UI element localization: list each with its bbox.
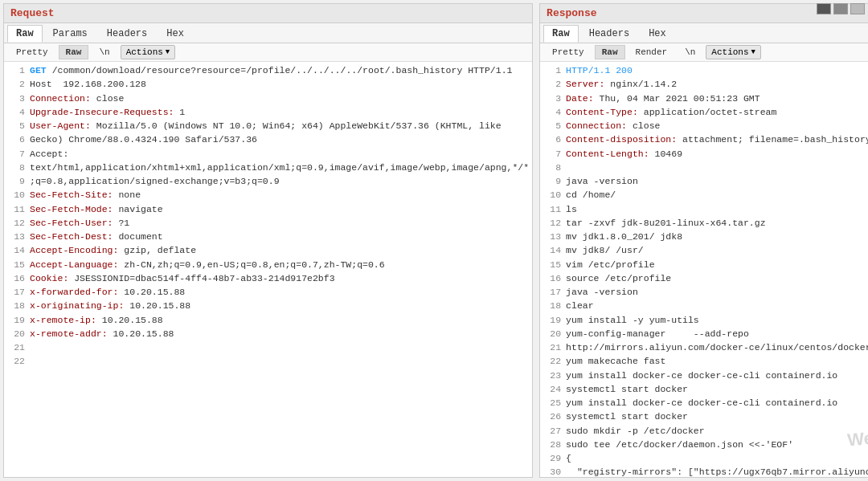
table-row: 12Sec-Fetch-User: ?1 bbox=[7, 216, 529, 230]
table-row: 23yum install docker-ce docker-ce-cli co… bbox=[543, 369, 868, 382]
line-number: 25 bbox=[543, 396, 561, 410]
line-content: text/html,application/xhtml+xml,applicat… bbox=[30, 161, 529, 174]
table-row: 17x-forwarded-for: 10.20.15.88 bbox=[7, 285, 529, 299]
request-tab-hex[interactable]: Hex bbox=[158, 25, 193, 43]
table-row: 13Sec-Fetch-Dest: document bbox=[7, 230, 529, 243]
line-content: x-remote-addr: 10.20.15.88 bbox=[30, 327, 174, 340]
line-content: systemctl start docker bbox=[566, 410, 688, 423]
line-content: Content-Length: 10469 bbox=[566, 147, 682, 161]
response-n-btn[interactable]: \n bbox=[678, 45, 702, 59]
line-content: Connection: close bbox=[566, 119, 660, 132]
table-row: 14Accept-Encoding: gzip, deflate bbox=[7, 243, 529, 257]
line-content: Connection: close bbox=[30, 92, 124, 105]
line-content: Content-disposition: attachment; filenam… bbox=[566, 132, 868, 146]
request-tab-params[interactable]: Params bbox=[44, 25, 96, 43]
table-row: 4Upgrade-Insecure-Requests: 1 bbox=[7, 105, 529, 119]
line-content: { bbox=[566, 451, 571, 465]
line-content: ;q=0.8,application/signed-exchange;v=b3;… bbox=[30, 174, 280, 188]
response-content[interactable]: 1HTTP/1.1 2002Server: nginx/1.14.23Date:… bbox=[540, 62, 868, 477]
response-tab-headers[interactable]: Headers bbox=[580, 25, 638, 43]
line-number: 18 bbox=[543, 299, 561, 312]
request-tab-raw[interactable]: Raw bbox=[7, 25, 43, 43]
line-content: Gecko) Chrome/88.0.4324.190 Safari/537.3… bbox=[30, 132, 257, 146]
line-content: Accept-Language: zh-CN,zh;q=0.9,en-US;q=… bbox=[30, 258, 385, 271]
line-content: x-remote-ip: 10.20.15.88 bbox=[30, 313, 163, 327]
table-row: 15vim /etc/profile bbox=[543, 258, 868, 271]
request-n-btn[interactable]: \n bbox=[92, 45, 117, 59]
line-content: Sec-Fetch-User: ?1 bbox=[30, 216, 129, 230]
line-content: cd /home/ bbox=[566, 188, 616, 202]
line-number: 17 bbox=[7, 285, 25, 299]
table-row: 28sudo tee /etc/docker/daemon.json <<-'E… bbox=[543, 438, 868, 451]
line-number: 29 bbox=[543, 451, 561, 465]
table-row: 7Content-Length: 10469 bbox=[543, 147, 868, 161]
line-content: Content-Type: application/octet-stream bbox=[566, 105, 776, 119]
line-content: vim /etc/profile bbox=[566, 258, 654, 271]
table-row: 21 bbox=[7, 340, 529, 354]
table-row: 19yum install -y yum-utils bbox=[543, 313, 868, 327]
line-number: 5 bbox=[543, 119, 561, 132]
response-actions-btn[interactable]: Actions ▼ bbox=[706, 45, 761, 59]
line-number: 22 bbox=[543, 354, 561, 368]
line-content: yum install docker-ce docker-ce-cli cont… bbox=[566, 396, 837, 410]
line-number: 21 bbox=[543, 340, 561, 354]
close-icon[interactable] bbox=[850, 3, 865, 14]
table-row: 16source /etc/profile bbox=[543, 271, 868, 285]
request-actions-arrow: ▼ bbox=[166, 48, 170, 56]
line-number: 17 bbox=[543, 285, 561, 299]
response-raw-btn[interactable]: Raw bbox=[595, 45, 625, 59]
response-sub-toolbar: Pretty Raw Render \n Actions ▼ bbox=[540, 43, 868, 62]
split-icon[interactable] bbox=[817, 3, 831, 14]
line-number: 23 bbox=[543, 369, 561, 382]
line-number: 5 bbox=[7, 119, 25, 132]
line-number: 21 bbox=[7, 340, 25, 354]
request-tab-headers[interactable]: Headers bbox=[98, 25, 156, 43]
request-sub-toolbar: Pretty Raw \n Actions ▼ bbox=[4, 43, 532, 62]
table-row: 16Cookie: JSESSIONID=dbac514f-4ff4-48b7-… bbox=[7, 271, 529, 285]
response-tab-raw[interactable]: Raw bbox=[543, 25, 579, 43]
table-row: 17java -version bbox=[543, 285, 868, 299]
stack-icon[interactable] bbox=[833, 3, 848, 14]
table-row: 30 "registry-mirrors": ["https://ugx76qb… bbox=[543, 465, 868, 477]
table-row: 9java -version bbox=[543, 174, 868, 188]
line-content: sudo tee /etc/docker/daemon.json <<-'EOF… bbox=[566, 438, 793, 451]
table-row: 20yum-config-manager --add-repo bbox=[543, 327, 868, 340]
line-content: yum install docker-ce docker-ce-cli cont… bbox=[566, 369, 837, 382]
line-number: 30 bbox=[543, 465, 561, 477]
line-content: Server: nginx/1.14.2 bbox=[566, 77, 677, 91]
line-number: 10 bbox=[543, 188, 561, 202]
table-row: 24systemctl start docker bbox=[543, 382, 868, 396]
line-content: Upgrade-Insecure-Requests: 1 bbox=[30, 105, 185, 119]
request-content[interactable]: 1GET /common/download/resource?resource=… bbox=[4, 62, 532, 477]
table-row: 3Connection: close bbox=[7, 92, 529, 105]
table-row: 4Content-Type: application/octet-stream bbox=[543, 105, 868, 119]
line-number: 7 bbox=[7, 147, 25, 161]
request-panel-title: Request bbox=[4, 4, 532, 23]
request-raw-btn[interactable]: Raw bbox=[59, 45, 89, 59]
line-number: 16 bbox=[543, 271, 561, 285]
line-number: 8 bbox=[543, 161, 561, 174]
response-render-btn[interactable]: Render bbox=[628, 45, 675, 59]
line-number: 14 bbox=[543, 243, 561, 257]
table-row: 5Connection: close bbox=[543, 119, 868, 132]
line-content: Host 192.168.200.128 bbox=[30, 77, 146, 91]
line-number: 6 bbox=[7, 132, 25, 146]
table-row: 8 bbox=[543, 161, 868, 174]
request-actions-btn[interactable]: Actions ▼ bbox=[121, 45, 176, 59]
table-row: 14mv jdk8/ /usr/ bbox=[543, 243, 868, 257]
line-content: Sec-Fetch-Dest: document bbox=[30, 230, 163, 243]
table-row: 10Sec-Fetch-Site: none bbox=[7, 188, 529, 202]
table-row: 26systemctl start docker bbox=[543, 410, 868, 423]
line-content: Sec-Fetch-Site: none bbox=[30, 188, 141, 202]
line-content: java -version bbox=[566, 174, 638, 188]
table-row: 19x-remote-ip: 10.20.15.88 bbox=[7, 313, 529, 327]
line-number: 7 bbox=[543, 147, 561, 161]
line-number: 9 bbox=[543, 174, 561, 188]
line-number: 14 bbox=[7, 243, 25, 257]
table-row: 1GET /common/download/resource?resource=… bbox=[7, 63, 529, 77]
line-number: 1 bbox=[543, 63, 561, 77]
main-container: Request Raw Params Headers Hex Pretty Ra… bbox=[0, 0, 868, 481]
response-pretty-btn[interactable]: Pretty bbox=[545, 45, 592, 59]
response-tab-hex[interactable]: Hex bbox=[640, 25, 675, 43]
request-pretty-btn[interactable]: Pretty bbox=[9, 45, 55, 59]
